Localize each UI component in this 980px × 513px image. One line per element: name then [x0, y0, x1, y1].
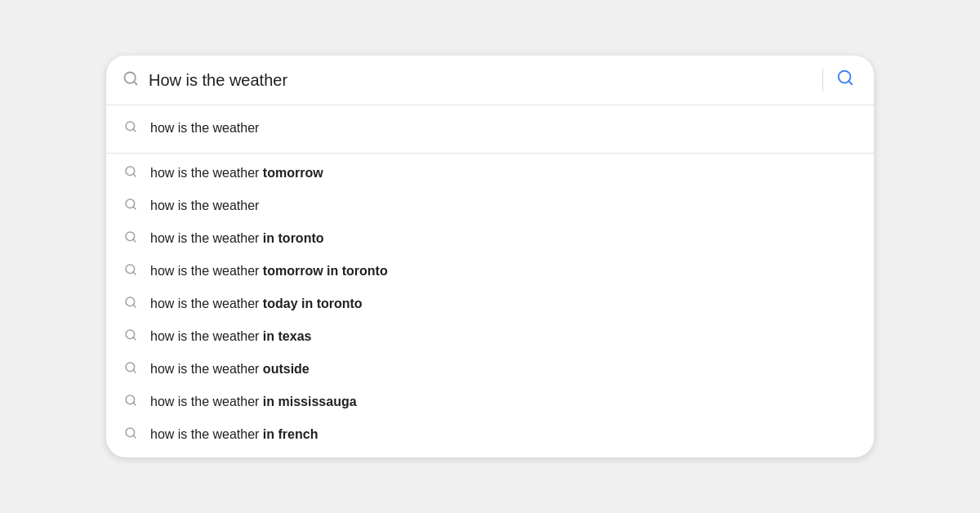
- suggestion-item[interactable]: how is the weather outside: [106, 353, 874, 386]
- svg-line-17: [133, 337, 136, 340]
- suggestion-item[interactable]: how is the weather in mississauga: [106, 386, 874, 418]
- svg-line-7: [133, 174, 136, 176]
- suggestion-search-icon: [122, 296, 139, 312]
- today-suggestion-text: how is the weather: [150, 121, 259, 136]
- suggestion-text: how is the weather: [150, 199, 259, 213]
- svg-line-3: [849, 81, 852, 84]
- svg-line-19: [133, 370, 136, 372]
- suggestion-search-icon: [122, 328, 139, 345]
- search-button-icon[interactable]: [833, 69, 858, 91]
- search-divider: [822, 69, 823, 91]
- suggestion-text: how is the weather tomorrow: [150, 166, 323, 181]
- suggestion-search-icon: [122, 361, 139, 377]
- suggestion-item[interactable]: how is the weather in texas: [106, 320, 874, 353]
- svg-line-9: [133, 207, 136, 209]
- regular-suggestions: how is the weather tomorrowhow is the we…: [106, 157, 874, 451]
- suggestions-list: how is the weather how is the weather to…: [106, 105, 874, 457]
- suggestion-search-icon: [122, 263, 139, 279]
- search-bar: [106, 56, 874, 105]
- suggestion-item[interactable]: how is the weather in toronto: [106, 222, 874, 255]
- suggestion-today[interactable]: how is the weather: [106, 112, 874, 154]
- today-search-icon: [122, 120, 139, 136]
- suggestion-text: how is the weather in texas: [150, 329, 311, 344]
- suggestion-item[interactable]: how is the weather tomorrow: [106, 157, 874, 190]
- suggestion-search-icon: [122, 230, 139, 247]
- suggestion-item[interactable]: how is the weather in french: [106, 418, 874, 451]
- svg-line-1: [134, 81, 137, 84]
- svg-line-15: [133, 305, 136, 307]
- suggestion-text: how is the weather tomorrow in toronto: [150, 264, 388, 279]
- svg-line-21: [133, 403, 136, 405]
- suggestion-item[interactable]: how is the weather tomorrow in toronto: [106, 255, 874, 288]
- today-top-row: how is the weather: [122, 120, 858, 136]
- svg-line-23: [133, 435, 136, 438]
- suggestion-text: how is the weather in french: [150, 427, 318, 442]
- suggestion-search-icon: [122, 198, 139, 214]
- suggestion-search-icon: [122, 394, 139, 410]
- suggestion-search-icon: [122, 426, 139, 443]
- svg-line-5: [133, 129, 136, 132]
- search-left-icon: [122, 70, 139, 91]
- search-container: how is the weather how is the weather to…: [106, 56, 874, 457]
- suggestion-search-icon: [122, 165, 139, 181]
- svg-line-13: [133, 272, 136, 274]
- search-input[interactable]: [149, 71, 803, 90]
- suggestion-text: how is the weather today in toronto: [150, 297, 363, 311]
- suggestion-text: how is the weather in toronto: [150, 231, 324, 246]
- suggestion-item[interactable]: how is the weather: [106, 190, 874, 222]
- svg-line-11: [133, 239, 136, 242]
- suggestion-text: how is the weather outside: [150, 362, 310, 377]
- suggestion-text: how is the weather in mississauga: [150, 395, 357, 409]
- suggestion-item[interactable]: how is the weather today in toronto: [106, 288, 874, 320]
